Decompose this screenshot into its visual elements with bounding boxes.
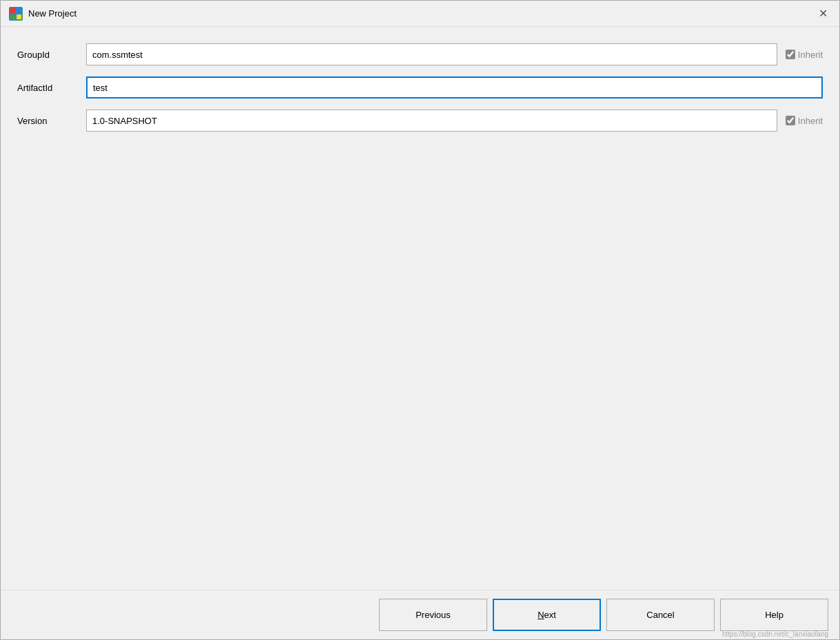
previous-label: Previous — [416, 610, 451, 620]
artifactid-input[interactable] — [86, 76, 823, 99]
next-underline-n: N — [537, 610, 544, 620]
footer-note: https://blog.csdn.net/c_lanxiaofang — [722, 630, 828, 638]
version-label: Version — [17, 116, 86, 126]
dialog-title: New Project — [28, 8, 76, 19]
artifactid-row: ArtifactId — [17, 74, 823, 101]
artifactid-input-wrapper — [86, 76, 823, 99]
form-content: GroupId Inherit ArtifactId Version — [1, 27, 839, 590]
version-row: Version Inherit — [17, 107, 823, 134]
next-label: Next — [537, 610, 556, 620]
version-inherit-checkbox[interactable] — [786, 116, 795, 125]
title-bar-left: New Project — [9, 7, 76, 21]
version-inherit-label[interactable]: Inherit — [786, 116, 823, 126]
groupid-inherit-text: Inherit — [798, 50, 823, 60]
version-input[interactable] — [86, 110, 777, 132]
next-button[interactable]: Next — [493, 599, 601, 631]
content-spacer — [17, 140, 823, 576]
app-icon — [9, 7, 23, 21]
groupid-input[interactable] — [86, 43, 777, 65]
groupid-row: GroupId Inherit — [17, 41, 823, 68]
svg-rect-2 — [10, 14, 15, 19]
cancel-label: Cancel — [646, 610, 674, 620]
version-inherit-text: Inherit — [798, 116, 823, 126]
svg-rect-1 — [17, 8, 21, 13]
version-input-wrapper: Inherit — [86, 110, 823, 132]
app-icon-wrapper — [9, 7, 23, 21]
groupid-input-wrapper: Inherit — [86, 43, 823, 65]
cancel-button[interactable]: Cancel — [606, 599, 715, 631]
title-bar: New Project ✕ — [1, 1, 839, 27]
groupid-inherit-checkbox[interactable] — [786, 50, 795, 59]
new-project-dialog: New Project ✕ GroupId Inherit ArtifactId — [0, 0, 840, 640]
groupid-inherit-label[interactable]: Inherit — [786, 50, 823, 60]
svg-rect-3 — [17, 14, 21, 19]
previous-button[interactable]: Previous — [379, 599, 487, 631]
svg-rect-0 — [10, 8, 15, 13]
close-button[interactable]: ✕ — [815, 6, 831, 22]
help-button[interactable]: Help — [720, 599, 828, 631]
groupid-label: GroupId — [17, 50, 86, 60]
footer: Previous Next Cancel Help https://blog.c… — [1, 590, 839, 639]
help-label: Help — [765, 610, 783, 620]
artifactid-label: ArtifactId — [17, 83, 86, 93]
